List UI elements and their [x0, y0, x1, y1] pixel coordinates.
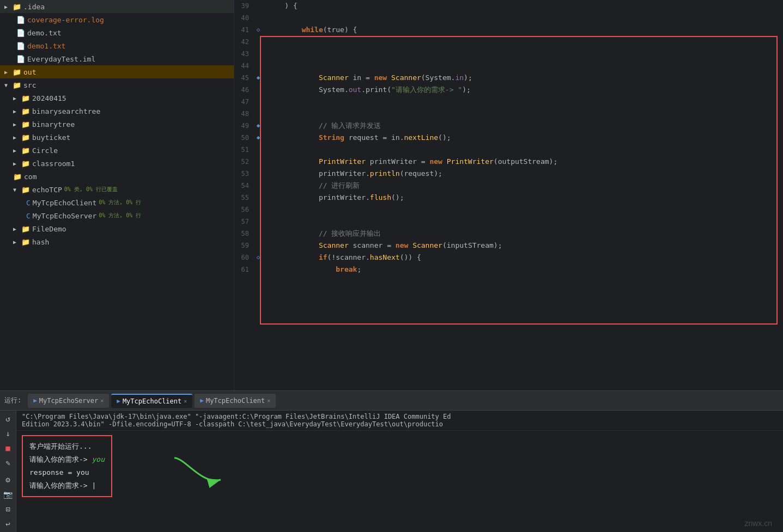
code-part: nextLine — [404, 133, 438, 142]
sidebar-item-classroom[interactable]: ▶ 📁 classroom1 — [0, 157, 234, 170]
btn-settings[interactable]: ⚙ — [2, 474, 14, 486]
line-num-48: 48 — [234, 108, 253, 120]
folder-icon-com: 📁 — [13, 173, 22, 181]
line-num-45: 45 — [234, 72, 253, 84]
tab-mytcpechoserver[interactable]: ▶ MyTcpEchoServer ✕ — [28, 394, 109, 408]
expand-icon-echotcp: ▼ — [13, 187, 20, 193]
code-segment-50: String request = in.nextLine(); — [263, 132, 783, 144]
btn-back[interactable]: ↩ — [2, 518, 14, 530]
code-part: ); — [464, 74, 472, 82]
folder-icon-filedemo: 📁 — [21, 225, 30, 233]
sidebar-item-circle[interactable]: ▶ 📁 Circle — [0, 144, 234, 157]
tab-server-close[interactable]: ✕ — [100, 398, 104, 403]
code-part — [268, 181, 319, 189]
btn-rerun[interactable]: ↺ — [2, 413, 14, 424]
term-text-3: response = you — [29, 468, 89, 476]
sidebar-item-mytcpechoserver[interactable]: C MyTcpEchoServer 0% 方法, 0% 行 — [0, 209, 234, 222]
editor-scroll[interactable]: 39 ) {4041◇ while(true) {42434445◆ Scann… — [234, 0, 783, 390]
sidebar-label-demo: demo.txt — [27, 29, 62, 37]
tab-mytcpechoclient-active[interactable]: ▶ MyTcpEchoClient ✕ — [111, 394, 192, 408]
term-line-3: response = you — [29, 467, 105, 479]
sidebar-item-20240415[interactable]: ▶ 📁 20240415 — [0, 91, 234, 105]
btn-stop[interactable]: ■ — [2, 442, 14, 454]
line-num-46: 46 — [234, 84, 253, 96]
code-part: (!scanner. — [327, 253, 370, 261]
line-num-56: 56 — [234, 204, 253, 216]
sidebar-item-com[interactable]: 📁 com — [0, 170, 234, 183]
code-part: out — [349, 85, 361, 94]
line-num-58: 58 — [234, 228, 253, 240]
btn-layout[interactable]: ⊡ — [2, 504, 14, 515]
code-part: (outputStream); — [494, 157, 557, 166]
line-num-53: 53 — [234, 168, 253, 180]
btn-screenshot[interactable]: 📷 — [2, 489, 14, 500]
folder-icon-circle: 📁 — [21, 146, 30, 155]
code-line-59: 59 Scanner scanner = new Scanner(inputST… — [234, 240, 783, 252]
sidebar-item-out[interactable]: ▶ 📁 out — [0, 65, 234, 78]
sidebar-item-idea[interactable]: ▶ 📁 .idea — [0, 0, 234, 13]
code-part: scanner = — [349, 241, 396, 249]
sidebar-item-mytcpechoclient[interactable]: C MyTcpEchoClient 0% 方法, 0% 行 — [0, 196, 234, 209]
code-part: Scanner — [319, 74, 349, 82]
code-line-50: 50◆ String request = in.nextLine(); — [234, 132, 783, 144]
sidebar-item-hash[interactable]: ▶ 📁 hash — [0, 235, 234, 248]
code-segment-46: System.out.print("请输入你的需求-> "); — [263, 84, 783, 96]
code-line-47: 47 — [234, 96, 783, 108]
folder-icon-out: 📁 — [13, 68, 21, 76]
code-part: PrintWriter — [319, 157, 366, 166]
line-num-52: 52 — [234, 156, 253, 168]
line-num-57: 57 — [234, 216, 253, 228]
expand-icon-buyticket: ▶ — [13, 134, 20, 140]
code-table: 39 ) {4041◇ while(true) {42434445◆ Scann… — [234, 0, 783, 276]
sidebar-item-buyticket[interactable]: ▶ 📁 buyticket — [0, 131, 234, 144]
sidebar-item-iml[interactable]: 📄 EverydayTest.iml — [0, 52, 234, 65]
code-part: (inputSTream); — [442, 241, 502, 249]
code-part: ()) { — [400, 253, 421, 261]
expand-icon-20240415: ▶ — [13, 95, 20, 101]
code-segment-45: Scanner in = new Scanner(System.in); — [263, 72, 783, 84]
terminal-output: 客户端开始运行... 请输入你的需求-> you response = you … — [16, 431, 783, 532]
code-line-58: 58 // 接收响应并输出 — [234, 228, 783, 240]
code-line-42: 42 — [234, 36, 783, 48]
line-num-47: 47 — [234, 96, 253, 108]
btn-down[interactable]: ↓ — [2, 427, 14, 439]
code-segment-58: // 接收响应并输出 — [263, 228, 783, 240]
bottom-content: ↺ ↓ ■ ✎ ⚙ 📷 ⊡ ↩ "C:\Program Files\Java\j… — [0, 411, 783, 532]
code-part — [268, 74, 319, 82]
code-part: printWriter = — [366, 157, 429, 166]
btn-edit[interactable]: ✎ — [2, 457, 14, 468]
term-text-1: 客户端开始运行... — [29, 442, 92, 450]
sidebar-item-bt[interactable]: ▶ 📁 binarytree — [0, 118, 234, 131]
sidebar-item-coverage-error[interactable]: 📄 coverage-error.log — [0, 13, 234, 26]
code-part: (); — [438, 133, 451, 142]
expand-icon-circle: ▶ — [13, 148, 20, 154]
bottom-tabs: 运行: ▶ MyTcpEchoServer ✕ ▶ MyTcpEchoClien… — [0, 391, 783, 411]
sidebar-label-circle: Circle — [32, 146, 58, 155]
sidebar-item-bst[interactable]: ▶ 📁 binarysearchtree — [0, 105, 234, 118]
sidebar-item-demo-txt[interactable]: 📄 demo.txt — [0, 26, 234, 39]
watermark: znwx.cn — [744, 519, 772, 528]
code-part — [268, 157, 319, 166]
folder-icon-src: 📁 — [13, 81, 21, 89]
tab-client2-close[interactable]: ✕ — [267, 398, 270, 403]
sidebar-item-filedemo[interactable]: ▶ 📁 FileDemo — [0, 222, 234, 235]
code-part — [268, 265, 336, 273]
expand-icon-bst: ▶ — [13, 108, 20, 114]
code-part: (); — [391, 193, 404, 201]
term-text-4: 请输入你的需求-> — [29, 481, 92, 490]
terminal-wrapper: "C:\Program Files\Java\jdk-17\bin\java.e… — [16, 411, 783, 532]
sidebar-label-src: src — [23, 81, 36, 89]
cmd-line1: "C:\Program Files\Java\jdk-17\bin\java.e… — [22, 413, 778, 420]
sidebar-item-demo1-txt[interactable]: 📄 demo1.txt — [0, 39, 234, 52]
coverage-badge-server: 0% 方法, 0% 行 — [99, 212, 141, 219]
tab-mytcpechoclient-2[interactable]: ▶ MyTcpEchoClient ✕ — [195, 394, 276, 408]
main-container: ▶ 📁 .idea 📄 coverage-error.log 📄 demo.tx… — [0, 0, 783, 390]
sidebar-item-echotcp[interactable]: ▼ 📁 echoTCP 0% 类, 0% 行已覆盖 — [0, 183, 234, 196]
sidebar-item-src[interactable]: ▼ 📁 src — [0, 78, 234, 91]
sidebar-label-demo1: demo1.txt — [27, 42, 65, 50]
code-line-51: 51 — [234, 144, 783, 156]
code-part: ; — [357, 265, 361, 273]
code-line-39: 39 ) { — [234, 0, 783, 12]
file-icon-log: 📄 — [16, 16, 25, 24]
tab-client-close[interactable]: ✕ — [184, 398, 187, 404]
